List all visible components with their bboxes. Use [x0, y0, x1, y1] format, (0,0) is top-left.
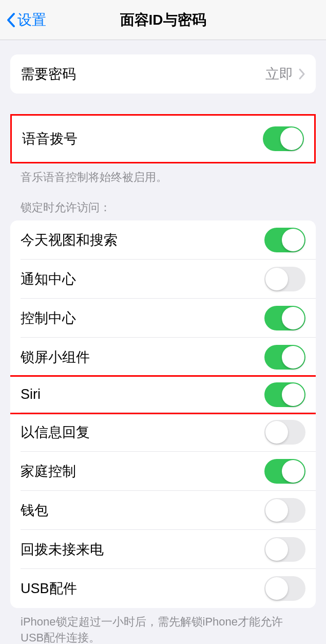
voice-dial-group: 语音拨号 — [10, 114, 316, 163]
lock-access-item-label: 今天视图和搜索 — [21, 231, 118, 249]
lock-access-group: 今天视图和搜索通知中心控制中心锁屏小组件Siri以信息回复家庭控制钱包回拨未接来… — [10, 220, 316, 608]
lock-access-item-label: 钱包 — [21, 501, 48, 520]
lock-access-toggle[interactable] — [264, 459, 305, 484]
lock-access-toggle[interactable] — [264, 537, 305, 562]
voice-dial-cell: 语音拨号 — [12, 116, 314, 162]
chevron-right-icon — [298, 68, 305, 80]
lock-access-item-label: 控制中心 — [21, 309, 76, 327]
navigation-bar: 设置 面容ID与密码 — [0, 0, 326, 40]
toggle-knob — [282, 346, 304, 369]
lock-access-cell: 控制中心 — [10, 299, 316, 338]
toggle-knob — [265, 538, 288, 561]
lock-access-toggle[interactable] — [264, 345, 305, 370]
lock-access-cell: 通知中心 — [10, 260, 316, 299]
lock-access-toggle[interactable] — [264, 267, 305, 291]
toggle-knob — [282, 460, 304, 483]
cell-value-group: 立即 — [265, 65, 305, 83]
toggle-knob — [265, 268, 288, 290]
lock-access-cell: 锁屏小组件 — [10, 338, 316, 377]
page-title: 面容ID与密码 — [120, 10, 206, 30]
toggle-knob — [280, 127, 303, 150]
lock-access-toggle[interactable] — [264, 576, 305, 601]
lock-access-item-label: 通知中心 — [21, 270, 76, 288]
lock-access-cell: 以信息回复 — [10, 413, 316, 452]
lock-access-item-label: 锁屏小组件 — [21, 348, 90, 366]
voice-dial-label: 语音拨号 — [22, 130, 78, 148]
lock-access-toggle[interactable] — [264, 228, 305, 252]
lock-access-cell: 今天视图和搜索 — [10, 220, 316, 260]
lock-access-toggle[interactable] — [264, 420, 305, 445]
voice-dial-footer: 音乐语音控制将始终被启用。 — [10, 163, 316, 186]
lock-access-cell: Siri — [10, 375, 316, 414]
lock-access-item-label: USB配件 — [21, 579, 77, 598]
back-button[interactable]: 设置 — [6, 10, 46, 30]
toggle-knob — [265, 577, 288, 600]
require-passcode-group: 需要密码 立即 — [10, 54, 316, 94]
lock-access-footer: iPhone锁定超过一小时后，需先解锁iPhone才能允许USB配件连接。 — [10, 608, 316, 644]
toggle-knob — [265, 421, 288, 444]
lock-access-cell: USB配件 — [10, 569, 316, 608]
require-passcode-value: 立即 — [265, 65, 293, 83]
lock-access-item-label: Siri — [21, 387, 41, 402]
lock-access-toggle[interactable] — [264, 306, 305, 330]
back-label: 设置 — [17, 10, 46, 30]
lock-access-cell: 家庭控制 — [10, 452, 316, 491]
lock-access-toggle[interactable] — [264, 498, 305, 523]
require-passcode-cell[interactable]: 需要密码 立即 — [10, 54, 316, 94]
lock-access-item-label: 以信息回复 — [21, 423, 90, 441]
voice-dial-toggle[interactable] — [263, 126, 304, 151]
lock-access-header: 锁定时允许访问： — [10, 186, 316, 220]
lock-access-cell: 回拨未接来电 — [10, 530, 316, 569]
toggle-knob — [282, 307, 304, 329]
lock-access-item-label: 家庭控制 — [21, 462, 76, 481]
toggle-knob — [282, 229, 304, 251]
require-passcode-label: 需要密码 — [21, 65, 76, 83]
toggle-knob — [282, 383, 304, 406]
lock-access-item-label: 回拨未接来电 — [21, 540, 104, 559]
lock-access-toggle[interactable] — [264, 382, 305, 407]
toggle-knob — [265, 499, 288, 522]
chevron-left-icon — [6, 12, 15, 28]
lock-access-cell: 钱包 — [10, 491, 316, 530]
